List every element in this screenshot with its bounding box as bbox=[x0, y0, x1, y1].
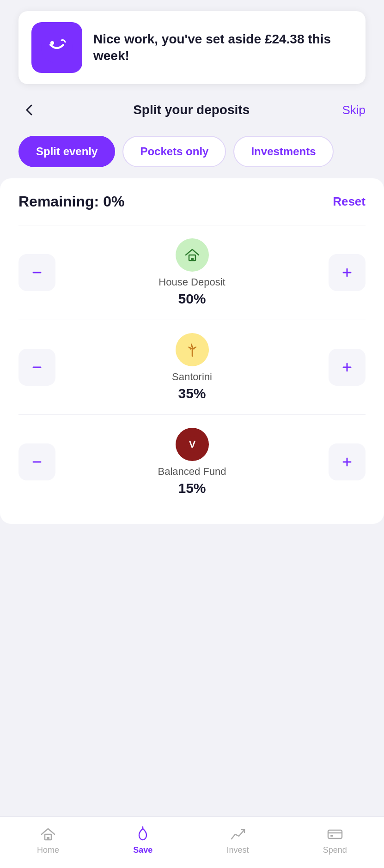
balanced-fund-percent: 15% bbox=[178, 480, 206, 496]
santorini-percent: 35% bbox=[178, 386, 206, 401]
house-deposit-icon bbox=[176, 238, 209, 272]
santorini-name: Santorini bbox=[172, 371, 212, 383]
house-deposit-name: House Deposit bbox=[158, 276, 225, 288]
balanced-fund-name: Balanced Fund bbox=[158, 466, 226, 478]
notification-card: Nice work, you've set aside £24.38 this … bbox=[18, 11, 366, 84]
decrease-house-deposit-button[interactable] bbox=[18, 254, 55, 291]
increase-house-deposit-button[interactable] bbox=[329, 254, 366, 291]
home-nav-label: Home bbox=[37, 845, 59, 855]
nav-item-home[interactable]: Home bbox=[37, 826, 59, 855]
svg-point-1 bbox=[50, 41, 54, 45]
page-title: Split your deposits bbox=[133, 103, 250, 117]
svg-text:V: V bbox=[189, 438, 195, 450]
spend-icon bbox=[327, 826, 343, 843]
svg-rect-8 bbox=[328, 830, 342, 838]
tab-pockets-only[interactable]: Pockets only bbox=[122, 136, 226, 167]
increase-santorini-button[interactable] bbox=[329, 349, 366, 386]
reset-button[interactable]: Reset bbox=[333, 194, 366, 209]
app-logo bbox=[31, 22, 82, 73]
pocket-center-balanced-fund: V Balanced Fund 15% bbox=[55, 428, 329, 496]
pocket-item-balanced-fund: V Balanced Fund 15% bbox=[18, 414, 366, 509]
svg-rect-3 bbox=[191, 258, 194, 261]
remaining-row: Remaining: 0% Reset bbox=[18, 193, 366, 210]
save-icon bbox=[134, 826, 151, 843]
page-header: Split your deposits Skip bbox=[0, 84, 384, 128]
notification-text: Nice work, you've set aside £24.38 this … bbox=[93, 31, 353, 65]
nav-item-invest[interactable]: Invest bbox=[227, 826, 249, 855]
main-content: Remaining: 0% Reset House Deposit 50% bbox=[0, 178, 384, 524]
svg-rect-9 bbox=[330, 835, 333, 837]
invest-icon bbox=[230, 826, 246, 843]
spend-nav-label: Spend bbox=[323, 845, 347, 855]
tab-split-evenly[interactable]: Split evenly bbox=[18, 136, 115, 167]
increase-balanced-fund-button[interactable] bbox=[329, 443, 366, 480]
back-button[interactable] bbox=[18, 99, 41, 121]
bottom-nav: Home Save Invest Spend bbox=[0, 816, 384, 868]
nav-item-save[interactable]: Save bbox=[133, 826, 152, 855]
svg-rect-7 bbox=[47, 837, 49, 840]
skip-button[interactable]: Skip bbox=[342, 103, 366, 117]
nav-item-spend[interactable]: Spend bbox=[323, 826, 347, 855]
decrease-balanced-fund-button[interactable] bbox=[18, 443, 55, 480]
remaining-label: Remaining: 0% bbox=[18, 193, 124, 210]
pocket-center-santorini: Santorini 35% bbox=[55, 333, 329, 401]
tab-investments[interactable]: Investments bbox=[233, 136, 333, 167]
tab-row: Split evenly Pockets only Investments bbox=[0, 128, 384, 178]
santorini-icon bbox=[176, 333, 209, 366]
save-nav-label: Save bbox=[133, 845, 152, 855]
invest-nav-label: Invest bbox=[227, 845, 249, 855]
pocket-item-house-deposit: House Deposit 50% bbox=[18, 225, 366, 320]
balanced-fund-icon: V bbox=[176, 428, 209, 461]
decrease-santorini-button[interactable] bbox=[18, 349, 55, 386]
pocket-center-house-deposit: House Deposit 50% bbox=[55, 238, 329, 307]
home-icon bbox=[40, 826, 56, 843]
house-deposit-percent: 50% bbox=[178, 291, 206, 307]
pocket-item-santorini: Santorini 35% bbox=[18, 320, 366, 414]
